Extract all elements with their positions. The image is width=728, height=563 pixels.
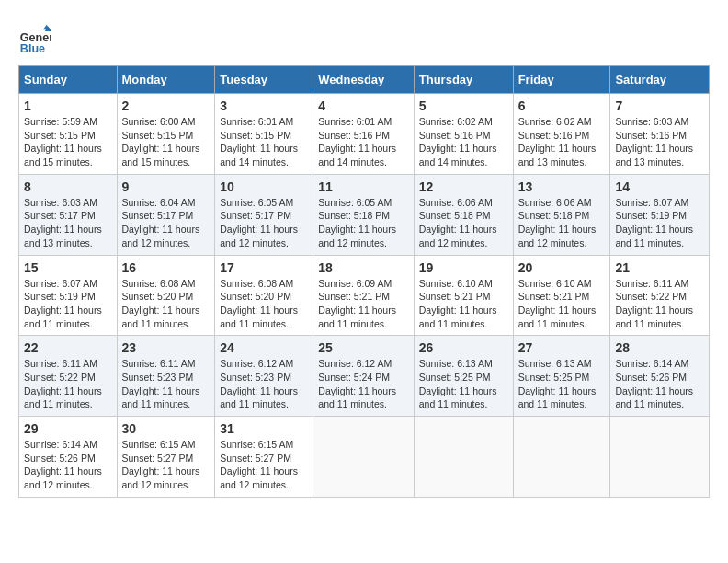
day-number: 19: [419, 260, 508, 275]
day-number: 27: [518, 340, 606, 355]
day-number: 22: [24, 340, 112, 355]
calendar-header-saturday: Saturday: [610, 66, 710, 94]
day-number: 4: [318, 98, 408, 113]
calendar-day-cell: 2Sunrise: 6:00 AM Sunset: 5:15 PM Daylig…: [117, 94, 215, 175]
page-header: General Blue: [18, 18, 710, 56]
calendar-day-cell: 14Sunrise: 6:07 AM Sunset: 5:19 PM Dayli…: [610, 174, 710, 255]
calendar-day-cell: 24Sunrise: 6:12 AM Sunset: 5:23 PM Dayli…: [215, 336, 313, 417]
day-number: 11: [318, 179, 408, 194]
day-number: 28: [615, 340, 704, 355]
day-number: 25: [318, 340, 408, 355]
day-number: 15: [24, 260, 112, 275]
calendar-day-cell: 8Sunrise: 6:03 AM Sunset: 5:17 PM Daylig…: [19, 174, 118, 255]
day-info: Sunrise: 6:00 AM Sunset: 5:15 PM Dayligh…: [122, 115, 210, 169]
calendar-header-monday: Monday: [117, 66, 215, 94]
logo-icon: General Blue: [18, 23, 51, 56]
day-number: 18: [318, 260, 408, 275]
day-number: 14: [615, 179, 704, 194]
calendar-header-friday: Friday: [513, 66, 610, 94]
calendar-day-cell: 6Sunrise: 6:02 AM Sunset: 5:16 PM Daylig…: [513, 94, 610, 175]
calendar-day-cell: 25Sunrise: 6:12 AM Sunset: 5:24 PM Dayli…: [313, 336, 414, 417]
svg-text:Blue: Blue: [20, 42, 45, 55]
calendar-day-cell: 17Sunrise: 6:08 AM Sunset: 5:20 PM Dayli…: [215, 255, 313, 336]
calendar-day-cell: 10Sunrise: 6:05 AM Sunset: 5:17 PM Dayli…: [215, 174, 313, 255]
day-info: Sunrise: 6:03 AM Sunset: 5:16 PM Dayligh…: [615, 115, 704, 169]
calendar-day-cell: 13Sunrise: 6:06 AM Sunset: 5:18 PM Dayli…: [513, 174, 610, 255]
calendar-day-cell: 29Sunrise: 6:14 AM Sunset: 5:26 PM Dayli…: [19, 417, 118, 498]
calendar-day-cell: 19Sunrise: 6:10 AM Sunset: 5:21 PM Dayli…: [414, 255, 513, 336]
day-info: Sunrise: 6:12 AM Sunset: 5:23 PM Dayligh…: [220, 357, 308, 411]
day-number: 12: [419, 179, 508, 194]
day-number: 2: [122, 98, 210, 113]
day-info: Sunrise: 6:14 AM Sunset: 5:26 PM Dayligh…: [24, 438, 112, 492]
calendar-day-cell: 9Sunrise: 6:04 AM Sunset: 5:17 PM Daylig…: [117, 174, 215, 255]
calendar-week-row: 8Sunrise: 6:03 AM Sunset: 5:17 PM Daylig…: [19, 174, 710, 255]
day-info: Sunrise: 6:06 AM Sunset: 5:18 PM Dayligh…: [419, 196, 508, 250]
calendar-empty-cell: [610, 417, 710, 498]
day-number: 1: [24, 98, 112, 113]
calendar-header-row: SundayMondayTuesdayWednesdayThursdayFrid…: [19, 66, 710, 94]
calendar-table: SundayMondayTuesdayWednesdayThursdayFrid…: [18, 65, 710, 498]
day-number: 7: [615, 98, 704, 113]
day-info: Sunrise: 6:06 AM Sunset: 5:18 PM Dayligh…: [518, 196, 606, 250]
day-info: Sunrise: 6:13 AM Sunset: 5:25 PM Dayligh…: [518, 357, 606, 411]
calendar-day-cell: 18Sunrise: 6:09 AM Sunset: 5:21 PM Dayli…: [313, 255, 414, 336]
day-number: 31: [220, 421, 308, 436]
day-info: Sunrise: 6:02 AM Sunset: 5:16 PM Dayligh…: [518, 115, 606, 169]
day-info: Sunrise: 6:10 AM Sunset: 5:21 PM Dayligh…: [518, 277, 606, 331]
day-info: Sunrise: 6:10 AM Sunset: 5:21 PM Dayligh…: [419, 277, 508, 331]
day-number: 26: [419, 340, 508, 355]
day-info: Sunrise: 6:15 AM Sunset: 5:27 PM Dayligh…: [122, 438, 210, 492]
day-info: Sunrise: 6:01 AM Sunset: 5:16 PM Dayligh…: [318, 115, 408, 169]
calendar-day-cell: 7Sunrise: 6:03 AM Sunset: 5:16 PM Daylig…: [610, 94, 710, 175]
day-number: 29: [24, 421, 112, 436]
calendar-day-cell: 28Sunrise: 6:14 AM Sunset: 5:26 PM Dayli…: [610, 336, 710, 417]
calendar-day-cell: 4Sunrise: 6:01 AM Sunset: 5:16 PM Daylig…: [313, 94, 414, 175]
calendar-day-cell: 30Sunrise: 6:15 AM Sunset: 5:27 PM Dayli…: [117, 417, 215, 498]
calendar-day-cell: 20Sunrise: 6:10 AM Sunset: 5:21 PM Dayli…: [513, 255, 610, 336]
calendar-day-cell: 27Sunrise: 6:13 AM Sunset: 5:25 PM Dayli…: [513, 336, 610, 417]
calendar-day-cell: 22Sunrise: 6:11 AM Sunset: 5:22 PM Dayli…: [19, 336, 118, 417]
calendar-day-cell: 1Sunrise: 5:59 AM Sunset: 5:15 PM Daylig…: [19, 94, 118, 175]
calendar-day-cell: 5Sunrise: 6:02 AM Sunset: 5:16 PM Daylig…: [414, 94, 513, 175]
calendar-week-row: 22Sunrise: 6:11 AM Sunset: 5:22 PM Dayli…: [19, 336, 710, 417]
day-number: 24: [220, 340, 308, 355]
calendar-day-cell: 3Sunrise: 6:01 AM Sunset: 5:15 PM Daylig…: [215, 94, 313, 175]
calendar-empty-cell: [414, 417, 513, 498]
calendar-day-cell: 12Sunrise: 6:06 AM Sunset: 5:18 PM Dayli…: [414, 174, 513, 255]
day-info: Sunrise: 6:08 AM Sunset: 5:20 PM Dayligh…: [220, 277, 308, 331]
day-number: 23: [122, 340, 210, 355]
day-info: Sunrise: 6:01 AM Sunset: 5:15 PM Dayligh…: [220, 115, 308, 169]
day-number: 21: [615, 260, 704, 275]
calendar-empty-cell: [513, 417, 610, 498]
day-info: Sunrise: 6:15 AM Sunset: 5:27 PM Dayligh…: [220, 438, 308, 492]
calendar-header-tuesday: Tuesday: [215, 66, 313, 94]
calendar-header-sunday: Sunday: [19, 66, 118, 94]
calendar-day-cell: 31Sunrise: 6:15 AM Sunset: 5:27 PM Dayli…: [215, 417, 313, 498]
day-number: 20: [518, 260, 606, 275]
day-info: Sunrise: 6:09 AM Sunset: 5:21 PM Dayligh…: [318, 277, 408, 331]
day-info: Sunrise: 6:04 AM Sunset: 5:17 PM Dayligh…: [122, 196, 210, 250]
day-info: Sunrise: 6:03 AM Sunset: 5:17 PM Dayligh…: [24, 196, 112, 250]
day-info: Sunrise: 6:07 AM Sunset: 5:19 PM Dayligh…: [615, 196, 704, 250]
day-number: 6: [518, 98, 606, 113]
calendar-empty-cell: [313, 417, 414, 498]
day-info: Sunrise: 6:11 AM Sunset: 5:23 PM Dayligh…: [122, 357, 210, 411]
day-number: 13: [518, 179, 606, 194]
day-info: Sunrise: 6:11 AM Sunset: 5:22 PM Dayligh…: [615, 277, 704, 331]
day-number: 30: [122, 421, 210, 436]
day-info: Sunrise: 6:07 AM Sunset: 5:19 PM Dayligh…: [24, 277, 112, 331]
day-info: Sunrise: 6:05 AM Sunset: 5:17 PM Dayligh…: [220, 196, 308, 250]
day-number: 10: [220, 179, 308, 194]
calendar-day-cell: 16Sunrise: 6:08 AM Sunset: 5:20 PM Dayli…: [117, 255, 215, 336]
day-number: 9: [122, 179, 210, 194]
day-info: Sunrise: 6:05 AM Sunset: 5:18 PM Dayligh…: [318, 196, 408, 250]
calendar-day-cell: 23Sunrise: 6:11 AM Sunset: 5:23 PM Dayli…: [117, 336, 215, 417]
calendar-header-wednesday: Wednesday: [313, 66, 414, 94]
day-number: 8: [24, 179, 112, 194]
calendar-day-cell: 15Sunrise: 6:07 AM Sunset: 5:19 PM Dayli…: [19, 255, 118, 336]
day-info: Sunrise: 6:13 AM Sunset: 5:25 PM Dayligh…: [419, 357, 508, 411]
logo: General Blue: [18, 23, 55, 56]
calendar-week-row: 15Sunrise: 6:07 AM Sunset: 5:19 PM Dayli…: [19, 255, 710, 336]
day-info: Sunrise: 5:59 AM Sunset: 5:15 PM Dayligh…: [24, 115, 112, 169]
